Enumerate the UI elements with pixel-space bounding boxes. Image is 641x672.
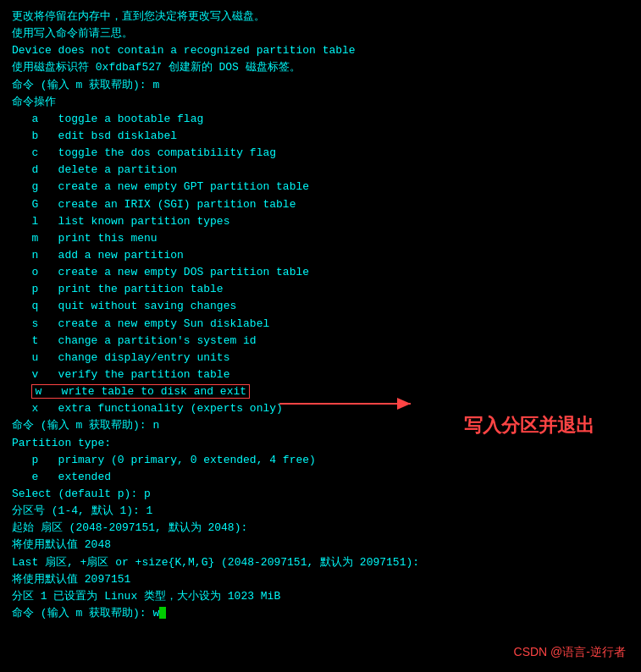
terminal-line: a toggle a bootable flag [12, 111, 629, 128]
terminal-line: 命令操作 [12, 94, 629, 111]
terminal-line: Last 扇区, +扇区 or +size{K,M,G} (2048-20971… [12, 554, 629, 571]
terminal-window: 更改将停留在内存中，直到您决定将更改写入磁盘。使用写入命令前请三思。Device… [0, 0, 641, 672]
terminal-line: d delete a partition [12, 162, 629, 179]
terminal-line: Device does not contain a recognized par… [12, 42, 629, 59]
terminal-line: 将使用默认值 2097151 [12, 571, 629, 588]
terminal-line: 命令 (输入 m 获取帮助): m [12, 77, 629, 94]
terminal-line: q quit without saving changes [12, 298, 629, 315]
terminal-line: 分区号 (1-4, 默认 1): 1 [12, 503, 629, 520]
terminal-line: u change display/entry units [12, 350, 629, 366]
terminal-line: g create a new empty GPT partition table [12, 179, 629, 196]
terminal-line: t change a partition's system id [12, 333, 629, 350]
terminal-line: 分区 1 已设置为 Linux 类型，大小设为 1023 MiB [12, 588, 629, 605]
terminal-line: p print the partition table [12, 281, 629, 298]
terminal-line: 使用写入命令前请三思。 [12, 25, 629, 42]
terminal-line: 更改将停留在内存中，直到您决定将更改写入磁盘。 [12, 8, 629, 25]
terminal-line: 起始 扇区 (2048-2097151, 默认为 2048): [12, 520, 629, 537]
terminal-line: 使用磁盘标识符 0xfdbaf527 创建新的 DOS 磁盘标签。 [12, 59, 629, 76]
csdn-watermark: CSDN @语言-逆行者 [514, 645, 626, 660]
terminal-line: m print this menu [12, 230, 629, 247]
arrow-annotation [279, 394, 432, 427]
terminal-line: e extended [12, 469, 629, 486]
terminal-line: n add a new partition [12, 247, 629, 264]
terminal-line: 将使用默认值 2048 [12, 537, 629, 554]
terminal-line: o create a new empty DOS partition table [12, 264, 629, 281]
terminal-line: s create a new empty Sun disklabel [12, 316, 629, 333]
terminal-cursor [159, 607, 166, 619]
terminal-line: l list known partition types [12, 213, 629, 230]
terminal-line: c toggle the dos compatibility flag [12, 145, 629, 162]
terminal-line: 命令 (输入 m 获取帮助): w [12, 605, 629, 622]
annotation-label: 写入分区并退出 [464, 413, 594, 438]
terminal-line: b edit bsd disklabel [12, 128, 629, 145]
terminal-line: Select (default p): p [12, 486, 629, 503]
terminal-line: G create an IRIX (SGI) partition table [12, 196, 629, 213]
terminal-line: v verify the partition table [12, 366, 629, 383]
terminal-line: p primary (0 primary, 0 extended, 4 free… [12, 452, 629, 469]
